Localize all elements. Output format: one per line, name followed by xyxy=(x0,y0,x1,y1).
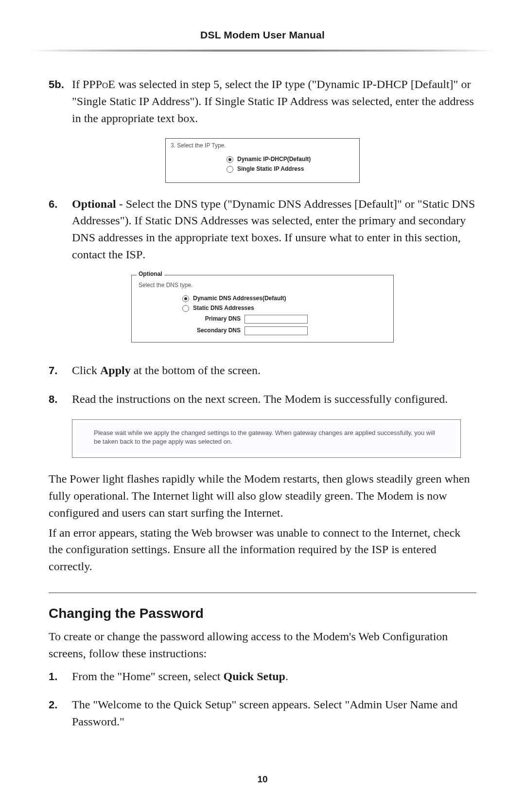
radio-label: Dynamic DNS Addresses(Default) xyxy=(193,295,286,302)
text: at the bottom of the screen. xyxy=(131,364,261,377)
text-bold: Optional xyxy=(72,198,116,210)
text: . xyxy=(285,670,288,683)
fieldset-legend: Optional xyxy=(137,271,164,277)
secondary-dns-input[interactable] xyxy=(245,326,308,335)
text: type ("Dynamic xyxy=(282,78,362,90)
step-body: If PPPoE was selected in step 5, select … xyxy=(72,76,476,126)
step-body: Click Apply at the bottom of the screen. xyxy=(72,362,476,379)
step-6: 6. Optional - Select the DNS type ("Dyna… xyxy=(49,196,476,263)
paragraph-power-light: The Power light flashes rapidly while th… xyxy=(49,470,476,521)
text: If xyxy=(72,78,83,90)
page-header-title: DSL Modem User Manual xyxy=(49,29,476,41)
text: From the "Home" screen, select xyxy=(72,670,224,683)
paragraph-error: If an error appears, stating the Web bro… xyxy=(49,524,476,575)
radio-icon xyxy=(182,305,189,312)
step-number: 6. xyxy=(49,196,72,212)
figure-message: Please wait while we apply the changed s… xyxy=(75,422,457,455)
step-number: 8. xyxy=(49,391,72,407)
figure-title: 3. Select the IP Type. xyxy=(171,143,354,149)
text-smallcaps: IP xyxy=(272,78,282,90)
paragraph-change-password-intro: To create or change the password allowin… xyxy=(49,628,476,662)
radio-label: Dynamic IP-DHCP(Default) xyxy=(237,156,311,162)
text-smallcaps: DNS xyxy=(72,231,95,244)
radio-label: Single Static IP Address xyxy=(237,166,304,172)
text: Addresses"). If Static xyxy=(72,214,175,227)
text: type ("Dynamic xyxy=(198,198,278,210)
step-body: Optional - Select the DNS type ("Dynamic… xyxy=(72,196,476,263)
step-body: Read the instructions on the next screen… xyxy=(72,391,476,408)
radio-static-ip[interactable]: Single Static IP Address xyxy=(227,166,354,173)
step-body: From the "Home" screen, select Quick Set… xyxy=(72,668,476,685)
text-smallcaps: IP xyxy=(277,95,287,108)
text-smallcaps: DNS xyxy=(175,214,198,227)
primary-dns-input[interactable] xyxy=(245,315,308,324)
radio-icon xyxy=(227,156,233,163)
step-number: 1. xyxy=(49,668,72,685)
radio-static-dns[interactable]: Static DNS Addresses xyxy=(182,305,386,312)
primary-dns-row: Primary DNS xyxy=(182,315,386,324)
text-smallcaps: DNS xyxy=(452,198,475,210)
step-8: 8. Read the instructions on the next scr… xyxy=(49,391,476,408)
section-divider xyxy=(49,593,476,593)
step-number: 7. xyxy=(49,362,72,379)
step-number: 2. xyxy=(49,696,72,713)
step-5b: 5b. If PPPoE was selected in step 5, sel… xyxy=(49,76,476,126)
text: - Select the xyxy=(116,198,175,210)
pw-step-2: 2. The "Welcome to the Quick Setup" scre… xyxy=(49,696,476,730)
text-bold: Quick Setup xyxy=(224,670,285,683)
figure-ip-type: 3. Select the IP Type. Dynamic IP-DHCP(D… xyxy=(165,138,360,182)
secondary-dns-label: Secondary DNS xyxy=(182,327,241,334)
text: Addresses was selected, enter the primar… xyxy=(198,214,466,227)
radio-icon xyxy=(227,166,233,173)
page-number: 10 xyxy=(0,774,525,785)
step-7: 7. Click Apply at the bottom of the scre… xyxy=(49,362,476,379)
figure-subtitle: Select the DNS type. xyxy=(139,282,386,289)
text-smallcaps: IP xyxy=(139,95,149,108)
text: Click xyxy=(72,364,100,377)
text: Address"). If Single Static xyxy=(149,95,277,108)
header-rule xyxy=(29,50,496,52)
text: Addresses [Default]" or "Static xyxy=(301,198,452,210)
radio-label: Static DNS Addresses xyxy=(193,305,254,311)
text: . xyxy=(142,248,145,261)
text-smallcaps: DNS xyxy=(175,198,198,210)
text-smallcaps: DNS xyxy=(278,198,301,210)
text-bold: Apply xyxy=(100,364,131,377)
pw-step-1: 1. From the "Home" screen, select Quick … xyxy=(49,668,476,685)
text: was selected in step 5, select the xyxy=(115,78,272,90)
radio-dynamic-ip[interactable]: Dynamic IP-DHCP(Default) xyxy=(227,156,354,163)
radio-icon xyxy=(182,295,189,302)
section-title-changing-password: Changing the Password xyxy=(49,606,476,621)
text-smallcaps: ISP xyxy=(126,248,143,261)
primary-dns-label: Primary DNS xyxy=(182,316,241,322)
step-body: The "Welcome to the Quick Setup" screen … xyxy=(72,696,476,730)
radio-dynamic-dns[interactable]: Dynamic DNS Addresses(Default) xyxy=(182,295,386,302)
text-smallcaps: IP-DHCP xyxy=(362,78,407,90)
text-smallcaps: PPPoE xyxy=(83,78,115,90)
secondary-dns-row: Secondary DNS xyxy=(182,326,386,335)
figure-please-wait: Please wait while we apply the changed s… xyxy=(72,419,461,458)
text-smallcaps: ISP xyxy=(372,543,389,556)
step-number: 5b. xyxy=(49,76,72,92)
figure-dns-type: Optional Select the DNS type. Dynamic DN… xyxy=(131,275,394,343)
